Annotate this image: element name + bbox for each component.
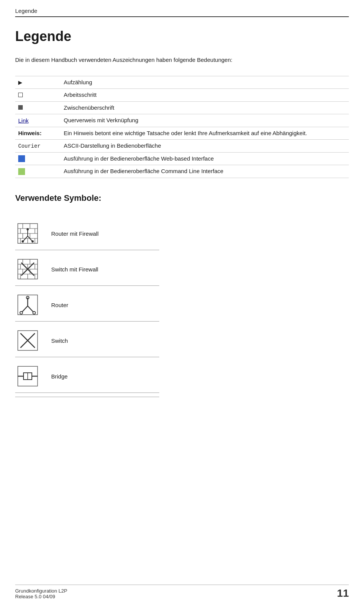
page-container: Legende Legende Die in diesem Handbuch v…: [0, 0, 364, 607]
legend-row-arbeitsschritt: Arbeitsschritt: [15, 89, 349, 102]
header-title: Legende: [15, 8, 37, 14]
legend-symbol-link: Link: [15, 114, 61, 127]
footer-release: Release 5.0 04/09: [15, 594, 67, 599]
router-icon: [15, 293, 40, 317]
svg-point-19: [31, 240, 34, 243]
legend-symbol-green: [15, 165, 61, 178]
legend-row-blue: Ausführung in der Bedieneroberfläche Web…: [15, 152, 349, 165]
switch-label: Switch: [51, 337, 68, 344]
switch-icon: [15, 328, 40, 353]
symbol-row-router: Router: [15, 286, 159, 322]
bridge-icon: [15, 364, 40, 389]
symbole-title: Verwendete Symbole:: [15, 193, 349, 203]
legend-symbol-hinweis: Hinweis:: [15, 127, 61, 140]
main-title: Legende: [15, 28, 349, 44]
router-firewall-icon: [15, 221, 40, 246]
switch-firewall-icon: [15, 257, 40, 282]
svg-point-18: [22, 240, 24, 243]
svg-line-39: [28, 306, 33, 312]
legend-desc-blue: Ausführung in der Bedieneroberfläche Web…: [61, 152, 349, 165]
symbol-row-switch-firewall: Switch mit Firewall: [15, 250, 159, 286]
svg-line-38: [22, 306, 28, 312]
legend-desc-arbeitsschritt: Arbeitsschritt: [61, 89, 349, 102]
legend-desc-link: Querverweis mit Verknüpfung: [61, 114, 349, 127]
symbol-row-router-firewall: Router mit Firewall: [15, 214, 159, 250]
legend-row-hinweis: Hinweis: Ein Hinweis betont eine wichtig…: [15, 127, 349, 140]
svg-point-41: [20, 312, 22, 314]
footer-left: Grundkonfiguration L2P Release 5.0 04/09: [15, 588, 67, 599]
legend-desc-green: Ausführung in der Bedieneroberfläche Com…: [61, 165, 349, 178]
page-header: Legende: [15, 8, 349, 17]
bottom-separator: [15, 397, 159, 397]
green-color-block: [18, 168, 25, 175]
page-footer: Grundkonfiguration L2P Release 5.0 04/09…: [15, 585, 349, 599]
bridge-label: Bridge: [51, 373, 67, 380]
page-number: 11: [337, 587, 349, 599]
blue-color-block: [18, 155, 25, 162]
legend-row-green: Ausführung in der Bedieneroberfläche Com…: [15, 165, 349, 178]
legend-desc-courier: ASCII-Darstellung in Bedienoberfläche: [61, 140, 349, 153]
legend-symbol-triangle: ▶: [15, 76, 61, 89]
footer-product: Grundkonfiguration L2P: [15, 588, 67, 594]
legend-desc-aufzaehlung: Aufzählung: [61, 76, 349, 89]
router-label: Router: [51, 302, 68, 308]
svg-point-17: [27, 228, 29, 230]
legend-desc-zwischenueberschrift: Zwischenüberschrift: [61, 101, 349, 114]
legend-desc-hinweis: Ein Hinweis betont eine wichtige Tatsach…: [61, 127, 349, 140]
symbol-row-bridge: Bridge: [15, 357, 159, 393]
switch-firewall-label: Switch mit Firewall: [51, 266, 98, 273]
svg-point-42: [33, 312, 35, 314]
legend-symbol-square-empty: [15, 89, 61, 102]
symbol-row-switch: Switch: [15, 322, 159, 357]
legend-symbol-square-filled: [15, 101, 61, 114]
legend-row-link: Link Querverweis mit Verknüpfung: [15, 114, 349, 127]
legend-symbol-courier: Courier: [15, 140, 61, 153]
legend-table: ▶ Aufzählung Arbeitsschritt Zwischenüber…: [15, 76, 349, 178]
legend-symbol-blue: [15, 152, 61, 165]
legend-row-zwischenueberschrift: Zwischenüberschrift: [15, 101, 349, 114]
router-firewall-label: Router mit Firewall: [51, 230, 99, 237]
legend-row-aufzaehlung: ▶ Aufzählung: [15, 76, 349, 89]
legend-row-courier: Courier ASCII-Darstellung in Bedienoberf…: [15, 140, 349, 153]
intro-text: Die in diesem Handbuch verwendeten Ausze…: [15, 56, 349, 65]
